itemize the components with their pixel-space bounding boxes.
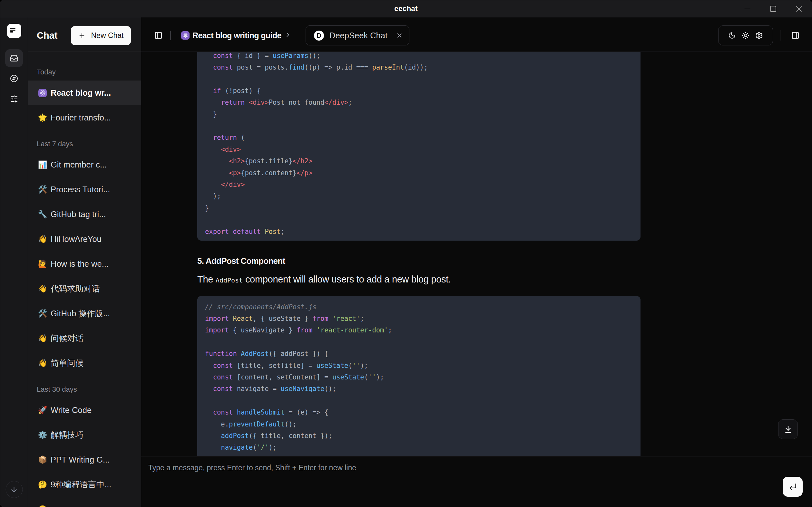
message-paragraph: The AddPost component will allow users t… <box>197 274 641 285</box>
arrow-down-to-line-icon <box>784 425 792 434</box>
emoji-icon: 🚀 <box>38 406 47 414</box>
chat-history-item[interactable]: 🔧GitHub tag tri... <box>28 202 141 227</box>
maximize-icon <box>769 4 777 13</box>
sidebar-toggle-button[interactable] <box>154 32 162 40</box>
emoji-icon: ⚙️ <box>38 431 47 439</box>
code-line: <h2>{post.title}</h2> <box>205 155 633 167</box>
chat-history-item[interactable]: ⚙️解耦技巧 <box>28 422 141 447</box>
light-mode-button[interactable] <box>742 32 750 39</box>
app-window: eechat <box>0 0 812 507</box>
chat-history-item-label: GitHub 操作版... <box>51 308 110 319</box>
code-block-post-component: const { id } = useParams(); const post =… <box>197 52 641 241</box>
sidebar-scroll-down-button[interactable] <box>5 481 22 498</box>
new-chat-label: New Chat <box>91 31 124 40</box>
code-line: <p>{post.content}</p> <box>205 167 633 179</box>
chat-history-item[interactable]: 🤗 <box>28 497 141 507</box>
history-group-label: Last 30 days <box>28 376 141 398</box>
system-theme-button[interactable] <box>755 32 763 39</box>
minimize-icon <box>743 4 752 13</box>
new-chat-button[interactable]: New Chat <box>71 26 131 45</box>
chat-history-item-label: 简单问候 <box>51 357 84 369</box>
code-line: const [title, setTitle] = useState(''); <box>205 360 633 372</box>
composer: Type a message, press Enter to send, Shi… <box>141 456 812 507</box>
plus-icon <box>78 32 86 39</box>
chat-history-item[interactable]: 👋代码求助对话 <box>28 276 141 301</box>
chat-history-item[interactable]: React blog wr... <box>28 80 141 105</box>
model-name: DeepSeek Chat <box>329 31 396 40</box>
emoji-icon: 📊 <box>38 161 47 169</box>
theme-switcher <box>718 25 773 45</box>
code-line: const post = posts.find((p) => p.id === … <box>205 61 633 73</box>
code-block-addpost-component: // src/components/AddPost.jsimport React… <box>197 296 641 456</box>
sidebar: Chat New Chat TodayReact blog wr...🌟Four… <box>28 17 141 507</box>
emoji-icon: 🛠️ <box>38 309 47 318</box>
code-line: ); <box>205 190 633 202</box>
chat-history-item-label: React blog wr... <box>51 88 111 98</box>
app-body: Chat New Chat TodayReact blog wr...🌟Four… <box>0 17 812 507</box>
icon-rail <box>0 17 28 507</box>
emoji-icon: 🔧 <box>38 210 47 219</box>
model-close-icon[interactable] <box>396 32 403 39</box>
chat-scroll-area[interactable]: const { id } = useParams(); const post =… <box>141 52 812 456</box>
message-input[interactable]: Type a message, press Enter to send, Shi… <box>148 463 776 472</box>
code-line: if (!post) { <box>205 85 633 97</box>
emoji-icon: 🙋 <box>38 260 47 268</box>
sidebar-title: Chat <box>37 30 57 41</box>
code-line: navigate('/'); <box>205 442 633 453</box>
chat-history-item[interactable]: 🙋How is the we... <box>28 251 141 276</box>
chat-history-item[interactable]: 👋HiHowAreYou <box>28 227 141 251</box>
chat-history-item-label: 代码求助对话 <box>51 283 100 294</box>
right-panel-toggle-button[interactable] <box>792 32 800 40</box>
chat-history-item-label: Write Code <box>51 405 92 415</box>
moon-icon <box>728 32 736 39</box>
model-logo: D <box>314 31 324 41</box>
send-button[interactable] <box>783 477 803 497</box>
dark-mode-button[interactable] <box>728 32 736 39</box>
titlebar: eechat <box>0 0 812 17</box>
model-selector[interactable]: D DeepSeek Chat <box>306 25 409 45</box>
chat-history-item[interactable]: 📦PPT Writing G... <box>28 447 141 472</box>
rail-chat-button[interactable] <box>5 49 23 67</box>
code-line <box>205 214 633 225</box>
maximize-button[interactable] <box>760 0 786 17</box>
window-title: eechat <box>394 4 418 13</box>
chat-title[interactable]: React blog writing guide <box>193 31 282 40</box>
history-group-label: Last 7 days <box>28 130 141 152</box>
assistant-message: const { id } = useParams(); const post =… <box>197 52 641 456</box>
code-line: e.preventDefault(); <box>205 418 633 430</box>
chat-history-item[interactable]: 📊Git member c... <box>28 152 141 177</box>
code-line: import { useNavigate } from 'react-route… <box>205 324 633 336</box>
code-line: export default Post; <box>205 226 633 237</box>
scroll-to-bottom-button[interactable] <box>778 419 798 439</box>
rail-discover-button[interactable] <box>5 69 23 87</box>
sun-icon <box>742 32 750 39</box>
chat-history-item-label: Fourier transfo... <box>51 113 111 122</box>
chat-history-item[interactable]: 👋问候对话 <box>28 326 141 351</box>
inbox-icon <box>10 54 18 62</box>
chat-history-item-label: HiHowAreYou <box>51 234 102 244</box>
close-button[interactable] <box>786 0 812 17</box>
chat-history-item[interactable]: 🚀Write Code <box>28 398 141 422</box>
code-line: const [content, setContent] = useState('… <box>205 372 633 383</box>
chat-history-item[interactable]: 🤔9种编程语言中... <box>28 472 141 497</box>
chat-history-item-label: Git member c... <box>51 160 107 169</box>
panel-right-icon <box>792 32 800 40</box>
chat-topic-icon <box>181 31 190 40</box>
toolbar-divider-right <box>780 30 781 41</box>
chat-history-item-label: How is the we... <box>51 259 109 269</box>
rail-settings-button[interactable] <box>5 90 23 108</box>
code-line: function AddPost({ addPost }) { <box>205 348 633 359</box>
minimize-button[interactable] <box>734 0 760 17</box>
sliders-icon <box>10 95 18 103</box>
chat-history-item[interactable]: 🛠️Process Tutori... <box>28 177 141 202</box>
code-line: <div> <box>205 144 633 155</box>
gear-icon <box>755 32 763 39</box>
emoji-icon: 🤗 <box>38 505 47 507</box>
chat-history-item[interactable]: 🛠️GitHub 操作版... <box>28 301 141 326</box>
code-line <box>205 120 633 132</box>
window-controls <box>734 0 812 17</box>
chat-history-item[interactable]: 🌟Fourier transfo... <box>28 105 141 130</box>
code-line <box>205 73 633 85</box>
chat-history-item[interactable]: 👋简单问候 <box>28 351 141 376</box>
message-heading: 5. AddPost Component <box>197 255 641 267</box>
